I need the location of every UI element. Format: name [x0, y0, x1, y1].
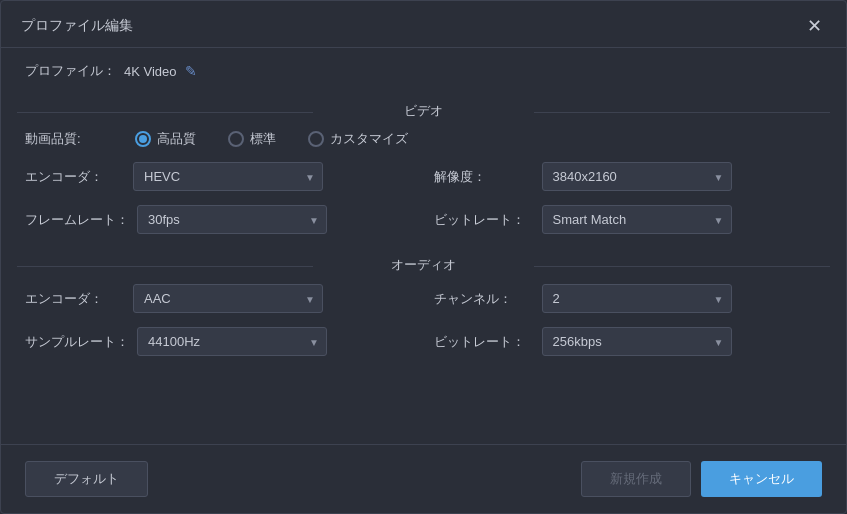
framerate-label: フレームレート： — [25, 211, 129, 229]
quality-standard-option[interactable]: 標準 — [228, 130, 276, 148]
framerate-select[interactable]: 30fps 60fps 24fps — [137, 205, 327, 234]
samplerate-label: サンプルレート： — [25, 333, 129, 351]
footer: デフォルト 新規作成 キャンセル — [1, 444, 846, 513]
profile-row: プロファイル： 4K Video ✎ — [1, 48, 846, 94]
create-button[interactable]: 新規作成 — [581, 461, 691, 497]
audio-encoder-label: エンコーダ： — [25, 290, 125, 308]
channel-select-wrapper: 2 1 6 ▼ — [542, 284, 732, 313]
quality-high-option[interactable]: 高品質 — [135, 130, 196, 148]
framerate-item: フレームレート： 30fps 60fps 24fps ▼ — [25, 205, 414, 234]
video-section-header: ビデオ — [1, 94, 846, 130]
audio-section-header: オーディオ — [1, 248, 846, 284]
samplerate-select[interactable]: 44100Hz 48000Hz 22050Hz — [137, 327, 327, 356]
encoder-resolution-row: エンコーダ： HEVC H.264 MPEG-4 ProRes ▼ 解像度： 3… — [25, 162, 822, 191]
encoder-select-wrapper: HEVC H.264 MPEG-4 ProRes ▼ — [133, 162, 323, 191]
samplerate-bitrate-row: サンプルレート： 44100Hz 48000Hz 22050Hz ▼ ビットレー… — [25, 327, 822, 356]
quality-label: 動画品質: — [25, 130, 135, 148]
audio-bitrate-item: ビットレート： 256kbps 128kbps 320kbps ▼ — [434, 327, 823, 356]
resolution-label: 解像度： — [434, 168, 534, 186]
quality-standard-label: 標準 — [250, 130, 276, 148]
close-button[interactable]: ✕ — [803, 17, 826, 35]
cancel-button[interactable]: キャンセル — [701, 461, 822, 497]
resolution-select[interactable]: 3840x2160 1920x1080 1280x720 — [542, 162, 732, 191]
audio-encoder-select-wrapper: AAC MP3 AC3 ▼ — [133, 284, 323, 313]
channel-select[interactable]: 2 1 6 — [542, 284, 732, 313]
samplerate-item: サンプルレート： 44100Hz 48000Hz 22050Hz ▼ — [25, 327, 414, 356]
audio-encoder-select[interactable]: AAC MP3 AC3 — [133, 284, 323, 313]
default-button[interactable]: デフォルト — [25, 461, 148, 497]
audio-bitrate-label: ビットレート： — [434, 333, 534, 351]
quality-custom-option[interactable]: カスタマイズ — [308, 130, 408, 148]
quality-standard-radio[interactable] — [228, 131, 244, 147]
samplerate-select-wrapper: 44100Hz 48000Hz 22050Hz ▼ — [137, 327, 327, 356]
framerate-select-wrapper: 30fps 60fps 24fps ▼ — [137, 205, 327, 234]
encoder-label: エンコーダ： — [25, 168, 125, 186]
audio-bitrate-select-wrapper: 256kbps 128kbps 320kbps ▼ — [542, 327, 732, 356]
video-bitrate-label: ビットレート： — [434, 211, 534, 229]
video-bitrate-select[interactable]: Smart Match 8Mbps 16Mbps 32Mbps — [542, 205, 732, 234]
video-bitrate-item: ビットレート： Smart Match 8Mbps 16Mbps 32Mbps … — [434, 205, 823, 234]
video-bitrate-select-wrapper: Smart Match 8Mbps 16Mbps 32Mbps ▼ — [542, 205, 732, 234]
audio-encoder-channel-row: エンコーダ： AAC MP3 AC3 ▼ チャンネル： 2 — [25, 284, 822, 313]
audio-encoder-item: エンコーダ： AAC MP3 AC3 ▼ — [25, 284, 414, 313]
encoder-item: エンコーダ： HEVC H.264 MPEG-4 ProRes ▼ — [25, 162, 414, 191]
profile-name: 4K Video — [124, 64, 177, 79]
channel-label: チャンネル： — [434, 290, 534, 308]
quality-high-label: 高品質 — [157, 130, 196, 148]
title-bar: プロファイル編集 ✕ — [1, 1, 846, 48]
channel-item: チャンネル： 2 1 6 ▼ — [434, 284, 823, 313]
video-form-area: 動画品質: 高品質 標準 カスタマイズ エンコーダ： — [1, 130, 846, 234]
encoder-select[interactable]: HEVC H.264 MPEG-4 ProRes — [133, 162, 323, 191]
profile-label: プロファイル： — [25, 62, 116, 80]
quality-high-radio[interactable] — [135, 131, 151, 147]
dialog-title: プロファイル編集 — [21, 17, 133, 35]
resolution-select-wrapper: 3840x2160 1920x1080 1280x720 ▼ — [542, 162, 732, 191]
edit-icon[interactable]: ✎ — [185, 63, 197, 79]
profile-edit-dialog: プロファイル編集 ✕ プロファイル： 4K Video ✎ ビデオ 動画品質: … — [0, 0, 847, 514]
footer-right-buttons: 新規作成 キャンセル — [581, 461, 822, 497]
resolution-item: 解像度： 3840x2160 1920x1080 1280x720 ▼ — [434, 162, 823, 191]
quality-radio-group: 高品質 標準 カスタマイズ — [135, 130, 822, 148]
quality-custom-label: カスタマイズ — [330, 130, 408, 148]
quality-row: 動画品質: 高品質 標準 カスタマイズ — [25, 130, 822, 148]
quality-custom-radio[interactable] — [308, 131, 324, 147]
audio-bitrate-select[interactable]: 256kbps 128kbps 320kbps — [542, 327, 732, 356]
audio-section: オーディオ エンコーダ： AAC MP3 AC3 ▼ — [1, 248, 846, 356]
audio-form-area: エンコーダ： AAC MP3 AC3 ▼ チャンネル： 2 — [1, 284, 846, 356]
framerate-bitrate-row: フレームレート： 30fps 60fps 24fps ▼ ビットレート： Sma… — [25, 205, 822, 234]
